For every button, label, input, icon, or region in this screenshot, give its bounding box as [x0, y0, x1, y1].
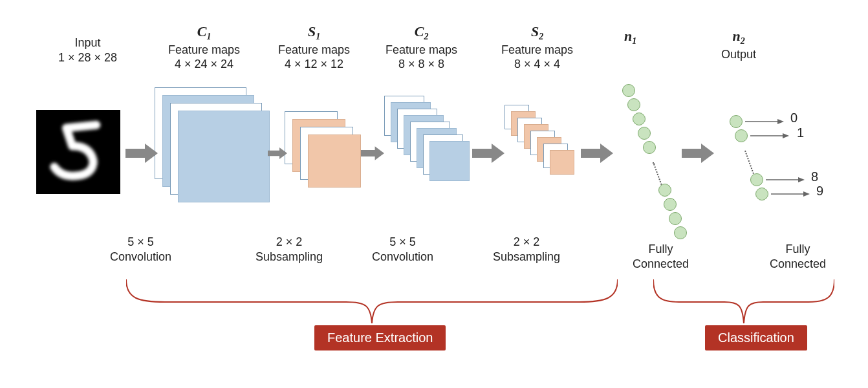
op-conv2: 5 × 5 Convolution — [372, 235, 433, 264]
digit-five-icon — [36, 110, 120, 194]
s1-label: S1 Feature maps 4 × 12 × 12 — [278, 23, 350, 72]
c2-name: C — [415, 23, 424, 39]
c2-sub: 2 — [424, 32, 428, 41]
s1-name: S — [308, 23, 316, 39]
output-arrow-icon — [766, 176, 805, 184]
op-conv1-l2: Convolution — [110, 250, 171, 263]
op-sub2-l2: Subsampling — [493, 250, 560, 263]
c1-desc: Feature maps — [168, 43, 240, 56]
arrow-icon — [581, 144, 613, 163]
op-sub1-l1: 2 × 2 — [276, 235, 303, 248]
op-fc2-l2: Connected — [770, 257, 826, 270]
n2-name: n — [732, 28, 740, 44]
op-conv2-l2: Convolution — [372, 250, 433, 263]
svg-marker-1 — [125, 144, 158, 163]
c1-label: C1 Feature maps 4 × 24 × 24 — [168, 23, 240, 72]
classification-tag: Classification — [705, 325, 807, 350]
arrow-icon — [125, 144, 158, 163]
output-class: 8 — [811, 169, 818, 184]
output-class: 1 — [797, 125, 804, 140]
neuron — [658, 184, 671, 197]
n1-name: n — [624, 28, 632, 44]
s2-sub: 2 — [539, 32, 543, 41]
s2-dims: 8 × 4 × 4 — [514, 58, 560, 70]
svg-marker-3 — [361, 146, 384, 160]
op-sub1: 2 × 2 Subsampling — [255, 235, 323, 264]
c2-dims: 8 × 8 × 8 — [398, 58, 444, 70]
arrow-icon — [682, 144, 714, 163]
neuron — [664, 198, 677, 211]
n2-desc: Output — [721, 48, 756, 61]
s2-name: S — [531, 23, 539, 39]
op-fc1: Fully Connected — [633, 242, 689, 271]
neuron — [755, 188, 768, 200]
svg-marker-5 — [581, 144, 613, 163]
op-fc1-l2: Connected — [633, 257, 689, 270]
op-fc2: Fully Connected — [770, 242, 826, 271]
output-arrow-icon — [750, 132, 789, 140]
svg-marker-6 — [682, 144, 714, 163]
neuron — [643, 141, 656, 154]
op-conv1-l1: 5 × 5 — [127, 235, 154, 248]
op-sub2: 2 × 2 Subsampling — [493, 235, 560, 264]
c1-dims: 4 × 24 × 24 — [175, 58, 233, 70]
input-image — [36, 110, 120, 194]
arrow-icon — [361, 144, 384, 163]
neuron — [750, 173, 763, 186]
op-sub1-l2: Subsampling — [255, 250, 323, 263]
c2-label: C2 Feature maps 8 × 8 × 8 — [385, 23, 457, 72]
c1-name: C — [197, 23, 207, 39]
output-arrow-icon — [745, 118, 784, 125]
input-label: Input 1 × 28 × 28 — [58, 36, 117, 65]
arrow-icon — [472, 144, 505, 163]
s2-map — [550, 150, 574, 175]
c2-desc: Feature maps — [385, 43, 457, 56]
s1-sub: 1 — [316, 32, 320, 41]
svg-marker-12 — [798, 177, 805, 182]
n2-sub: 2 — [741, 36, 745, 46]
brace-icon — [126, 279, 618, 325]
svg-marker-10 — [783, 133, 789, 138]
neuron — [638, 127, 651, 140]
s1-desc: Feature maps — [278, 43, 350, 56]
svg-marker-2 — [268, 147, 287, 159]
brace-icon — [653, 279, 834, 325]
op-sub2-l1: 2 × 2 — [514, 235, 540, 248]
svg-marker-14 — [803, 191, 810, 197]
op-conv2-l1: 5 × 5 — [389, 235, 416, 248]
op-fc2-l1: Fully — [786, 242, 810, 255]
neuron — [669, 212, 682, 225]
input-title: Input — [75, 36, 101, 49]
svg-marker-8 — [777, 119, 784, 124]
s1-dims: 4 × 12 × 12 — [285, 58, 343, 70]
output-class: 0 — [790, 111, 797, 125]
c2-map — [429, 141, 470, 181]
c1-map — [178, 111, 270, 202]
op-conv1: 5 × 5 Convolution — [110, 235, 171, 264]
n2-label: n2 Output — [721, 27, 756, 61]
neuron — [622, 84, 635, 97]
n1-sub: 1 — [632, 36, 636, 46]
input-dims: 1 × 28 × 28 — [58, 51, 117, 64]
neuron — [633, 113, 646, 125]
c1-sub: 1 — [206, 32, 211, 41]
neuron — [735, 129, 748, 142]
neuron — [627, 98, 640, 111]
s2-desc: Feature maps — [501, 43, 573, 56]
svg-marker-4 — [472, 144, 505, 163]
s1-map — [308, 135, 361, 188]
output-arrow-icon — [771, 190, 810, 198]
s2-label: S2 Feature maps 8 × 4 × 4 — [501, 23, 573, 72]
op-fc1-l1: Fully — [649, 242, 673, 255]
n1-label: n1 — [624, 27, 636, 47]
output-class: 9 — [816, 184, 823, 199]
feature-extraction-tag: Feature Extraction — [314, 325, 446, 350]
neuron — [674, 226, 687, 239]
arrow-icon — [268, 144, 287, 163]
neuron — [730, 115, 743, 128]
